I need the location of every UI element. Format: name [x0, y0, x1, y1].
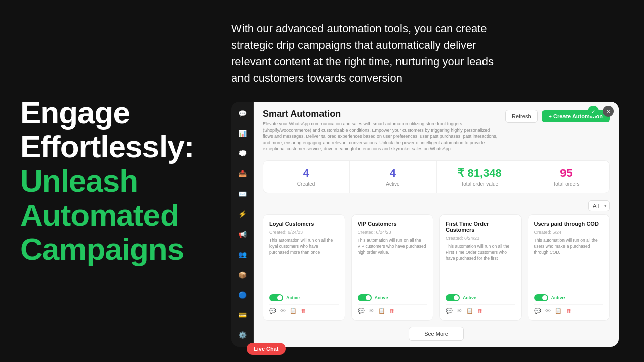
stat-order-value-value: ₹ 81,348: [445, 167, 515, 180]
card-cod-desc: This automation will run on all the user…: [534, 238, 604, 291]
card-cod-message-icon[interactable]: 💬: [534, 308, 541, 314]
card-loyal-message-icon[interactable]: 💬: [269, 308, 276, 314]
refresh-button[interactable]: Refresh: [505, 110, 538, 123]
card-loyal-toggle-row: Active: [269, 294, 339, 301]
dashboard-main: Smart Automation Elevate your WhatsApp c…: [254, 102, 619, 347]
sidebar-broadcast-icon[interactable]: 📢: [235, 229, 250, 240]
sidebar-inbox-icon[interactable]: 📥: [235, 168, 250, 179]
stat-order-value: ₹ 81,348 Total order value: [437, 161, 523, 193]
sidebar-chart-icon[interactable]: 📊: [235, 128, 250, 139]
card-vip-date: Created: 6/24/23: [358, 230, 427, 235]
card-first-time-date: Created: 6/24/23: [446, 236, 515, 241]
card-first-time-status: Active: [463, 295, 476, 300]
card-loyal-copy-icon[interactable]: 📋: [290, 308, 297, 314]
stat-created-label: Created: [271, 181, 341, 187]
card-vip-actions: 💬 👁 📋 🗑: [358, 304, 427, 314]
card-first-time-toggle-row: Active: [446, 294, 515, 301]
card-loyal-status: Active: [286, 295, 300, 300]
headline-white: EngageEffortlessly:: [20, 96, 196, 164]
card-first-time-actions: 💬 👁 📋 🗑: [446, 304, 515, 314]
dashboard-wrapper: ✓ ✕ 💬 📊 💭 📥 ✉️ ⚡ 📢 👥 📦 🔵 💳 ⚙️ Smart Auto…: [231, 102, 619, 347]
see-more-button[interactable]: See More: [409, 327, 464, 341]
card-loyal-title: Loyal Customers: [269, 221, 339, 227]
sidebar-chat-icon[interactable]: 💬: [235, 108, 250, 119]
card-vip-status: Active: [375, 295, 388, 300]
dashboard-sidebar: 💬 📊 💭 📥 ✉️ ⚡ 📢 👥 📦 🔵 💳 ⚙️: [231, 102, 254, 347]
card-first-time-toggle[interactable]: [446, 294, 460, 301]
card-loyal-desc: This automation will run on all the loya…: [269, 238, 339, 291]
card-loyal-customers: Loyal Customers Created: 6/24/23 This au…: [263, 214, 345, 321]
card-vip-message-icon[interactable]: 💬: [358, 308, 365, 314]
card-vip-toggle[interactable]: [358, 294, 372, 301]
tagline: With our advanced automation tools, you …: [231, 20, 513, 86]
card-first-time-eye-icon[interactable]: 👁: [457, 308, 462, 314]
stat-orders: 95 Total orders: [523, 161, 609, 193]
whatsapp-icon[interactable]: ✓: [588, 106, 599, 117]
sidebar-card-icon[interactable]: 💳: [235, 310, 250, 321]
card-first-time-title: First Time Order Customers: [446, 221, 515, 233]
sidebar-comment-icon[interactable]: 💭: [235, 148, 250, 159]
stat-orders-value: 95: [531, 167, 601, 180]
sidebar-funnel-icon[interactable]: ⚡: [235, 209, 250, 220]
close-icon[interactable]: ✕: [603, 106, 614, 117]
right-panel: With our advanced automation tools, you …: [216, 0, 644, 362]
automation-cards-grid: Loyal Customers Created: 6/24/23 This au…: [254, 214, 619, 321]
card-cod-delete-icon[interactable]: 🗑: [566, 308, 572, 314]
stat-created: 4 Created: [263, 161, 350, 193]
stat-active-label: Active: [358, 181, 428, 187]
card-cod-actions: 💬 👁 📋 🗑: [534, 304, 604, 314]
card-cod: Users paid through COD Created: 5/24 Thi…: [528, 214, 610, 321]
stat-orders-label: Total orders: [531, 181, 601, 187]
card-cod-toggle[interactable]: [534, 294, 548, 301]
card-cod-toggle-row: Active: [534, 294, 604, 301]
card-first-time-copy-icon[interactable]: 📋: [466, 308, 473, 314]
card-vip-copy-icon[interactable]: 📋: [378, 308, 385, 314]
dashboard-title: Smart Automation: [263, 109, 500, 119]
card-vip-eye-icon[interactable]: 👁: [369, 308, 374, 314]
card-vip-title: VIP Customers: [358, 221, 427, 227]
stats-row: 4 Created 4 Active ₹ 81,348 Total order …: [263, 160, 610, 193]
card-loyal-actions: 💬 👁 📋 🗑: [269, 304, 339, 314]
card-cod-title: Users paid through COD: [534, 221, 604, 227]
card-vip-desc: This automation will run on all the VIP …: [358, 238, 427, 291]
card-cod-date: Created: 5/24: [534, 230, 604, 235]
live-chat-button[interactable]: Live Chat: [247, 343, 286, 355]
top-right-icons: ✓ ✕: [588, 106, 614, 117]
sidebar-cube-icon[interactable]: 📦: [235, 269, 250, 280]
card-vip-customers: VIP Customers Created: 6/24/23 This auto…: [351, 214, 434, 321]
card-first-time-message-icon[interactable]: 💬: [446, 308, 453, 314]
card-loyal-delete-icon[interactable]: 🗑: [301, 308, 306, 314]
card-cod-copy-icon[interactable]: 📋: [555, 308, 562, 314]
stat-created-value: 4: [271, 167, 341, 180]
filter-select[interactable]: All: [588, 200, 610, 211]
card-cod-status: Active: [551, 295, 565, 300]
card-loyal-eye-icon[interactable]: 👁: [280, 308, 286, 314]
stat-order-value-label: Total order value: [445, 181, 515, 187]
card-first-time-desc: This automation will run on all the Firs…: [446, 244, 515, 291]
dashboard-topbar: Smart Automation Elevate your WhatsApp c…: [254, 102, 619, 156]
filter-row: All: [254, 197, 619, 214]
card-first-time-delete-icon[interactable]: 🗑: [477, 308, 483, 314]
filter-wrapper[interactable]: All: [588, 200, 610, 211]
headline-green: UnleashAutomatedCampaigns: [20, 164, 196, 267]
card-vip-toggle-row: Active: [358, 294, 427, 301]
topbar-left: Smart Automation Elevate your WhatsApp c…: [263, 109, 500, 152]
card-loyal-toggle[interactable]: [269, 294, 283, 301]
sidebar-circle-icon[interactable]: 🔵: [235, 290, 250, 301]
stat-active: 4 Active: [350, 161, 436, 193]
sidebar-users-icon[interactable]: 👥: [235, 249, 250, 260]
card-first-time: First Time Order Customers Created: 6/24…: [439, 214, 522, 321]
dashboard-subtitle: Elevate your WhatsApp communication and …: [263, 121, 500, 152]
left-panel: EngageEffortlessly: UnleashAutomatedCamp…: [0, 0, 216, 362]
card-cod-eye-icon[interactable]: 👁: [545, 308, 551, 314]
sidebar-gear-icon[interactable]: ⚙️: [235, 330, 250, 341]
card-vip-delete-icon[interactable]: 🗑: [389, 308, 395, 314]
sidebar-message-icon[interactable]: ✉️: [235, 189, 250, 200]
see-more-row: See More: [254, 321, 619, 347]
card-loyal-date: Created: 6/24/23: [269, 230, 339, 235]
stat-active-value: 4: [358, 167, 428, 180]
